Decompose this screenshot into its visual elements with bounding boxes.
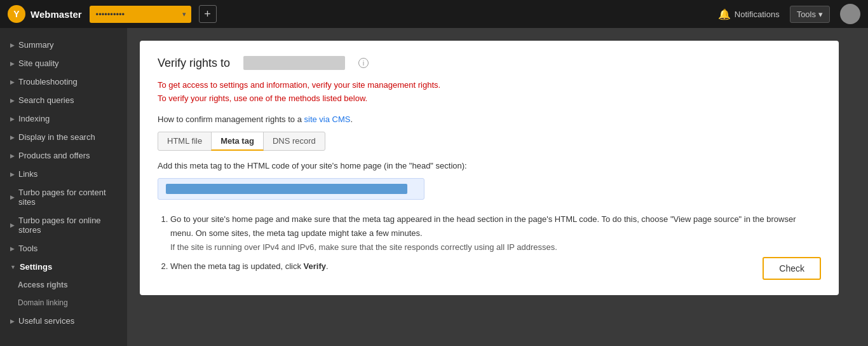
header: Y Webmaster •••••••••• ▾ + 🔔 Notificatio… [0,0,868,28]
app-logo: Y Webmaster [8,5,82,23]
sidebar-item-search-queries[interactable]: ▶ Search queries [0,91,127,109]
step-2-text: When the meta tag is updated, click Veri… [170,261,329,271]
chevron-icon: ▶ [10,116,15,122]
sidebar-item-label: Products and offers [18,151,90,160]
chevron-icon: ▶ [10,134,15,141]
sidebar-item-label: Domain linking [18,298,68,307]
sidebar-item-label: Turbo pages for online stores [18,216,117,235]
verify-bold: Verify [304,261,326,271]
layout: ▶ Summary ▶ Site quality ▶ Troubleshooti… [0,28,868,346]
meta-description: Add this meta tag to the HTML code of yo… [158,161,821,170]
sidebar-item-links[interactable]: ▶ Links [0,165,127,183]
sidebar-item-summary[interactable]: ▶ Summary [0,36,127,54]
sidebar: ▶ Summary ▶ Site quality ▶ Troubleshooti… [0,28,127,346]
title-domain [243,56,345,70]
chevron-icon: ▶ [10,171,15,177]
sidebar-item-label: Access rights [18,280,68,289]
sidebar-item-settings[interactable]: ▼ Settings [0,258,127,276]
sidebar-item-label: Links [18,169,37,179]
sidebar-item-products-and-offers[interactable]: ▶ Products and offers [0,146,127,165]
sidebar-item-site-quality[interactable]: ▶ Site quality [0,54,127,73]
info-icon[interactable]: i [358,58,369,68]
instructions: Go to your site's home page and make sur… [158,212,821,273]
site-selector-wrap[interactable]: •••••••••• ▾ [90,6,191,23]
check-button[interactable]: Check [763,257,821,280]
card-title: Verify rights to i [158,56,821,70]
warning-line2: To verify your rights, use one of the me… [158,92,821,106]
chevron-icon: ▶ [10,153,15,159]
step-2: When the meta tag is updated, click Veri… [170,260,821,273]
tools-chevron-icon: ▾ [818,10,823,19]
sidebar-item-label: Search queries [18,95,74,105]
sidebar-item-label: Troubleshooting [18,77,78,86]
chevron-icon: ▶ [10,79,15,85]
avatar[interactable] [840,4,860,24]
notifications-label: Notifications [735,10,780,19]
warning-text: To get access to settings and informatio… [158,79,821,106]
instruction-suffix: . [350,114,353,124]
verify-rights-card: Verify rights to i To get access to sett… [140,41,839,295]
chevron-icon: ▶ [10,318,15,324]
tab-meta-tag[interactable]: Meta tag [211,132,264,151]
add-site-button[interactable]: + [199,5,217,23]
logo-icon: Y [8,5,25,23]
sidebar-item-label: Turbo pages for content sites [18,188,117,207]
check-button-wrap: Check [763,257,821,280]
tabs: HTML file Meta tag DNS record [158,132,821,151]
main-content: Verify rights to i To get access to sett… [127,28,868,346]
sidebar-item-domain-linking[interactable]: Domain linking [0,294,127,312]
chevron-icon: ▶ [10,246,15,252]
chevron-icon: ▶ [10,222,15,228]
sidebar-item-label: Summary [18,40,54,50]
sidebar-item-display-in-search[interactable]: ▶ Display in the search [0,128,127,146]
sidebar-item-label: Tools [18,244,37,253]
sidebar-item-label: Useful services [18,316,74,326]
code-bar [158,178,424,200]
sidebar-item-label: Settings [20,262,52,272]
warning-line1: To get access to settings and informatio… [158,79,821,92]
sidebar-item-turbo-online[interactable]: ▶ Turbo pages for online stores [0,211,127,239]
notifications-button[interactable]: 🔔 Notifications [718,8,780,20]
app-name: Webmaster [31,9,82,20]
sidebar-item-troubleshooting[interactable]: ▶ Troubleshooting [0,73,127,91]
bell-icon: 🔔 [718,8,731,20]
step-1-note: If the site is running over IPv4 and IPv… [170,242,557,252]
sidebar-item-useful-services[interactable]: ▶ Useful services [0,312,127,330]
sidebar-item-label: Site quality [18,59,59,68]
sidebar-item-tools[interactable]: ▶ Tools [0,239,127,258]
sidebar-item-label: Indexing [18,114,50,123]
header-right: 🔔 Notifications Tools ▾ [718,4,860,24]
sidebar-item-access-rights[interactable]: Access rights [0,276,127,294]
chevron-icon: ▶ [10,194,15,200]
sidebar-item-indexing[interactable]: ▶ Indexing [0,109,127,128]
instruction-prefix: How to confirm management rights to a [158,114,302,124]
chevron-icon: ▼ [10,264,16,270]
chevron-icon: ▶ [10,60,15,67]
tools-label: Tools [797,10,816,19]
chevron-icon: ▶ [10,97,15,104]
sidebar-item-label: Display in the search [18,132,95,142]
title-prefix: Verify rights to [158,57,230,70]
step-1: Go to your site's home page and make sur… [170,212,821,254]
chevron-icon: ▶ [10,42,15,48]
site-selector[interactable]: •••••••••• [90,6,191,23]
sidebar-item-turbo-content[interactable]: ▶ Turbo pages for content sites [0,183,127,211]
instruction-text: How to confirm management rights to a si… [158,114,821,124]
tools-button[interactable]: Tools ▾ [790,6,830,23]
tab-html-file[interactable]: HTML file [158,132,212,151]
step-1-main: Go to your site's home page and make sur… [170,214,796,238]
cms-link[interactable]: site via CMS [304,114,351,124]
tab-dns-record[interactable]: DNS record [263,132,325,151]
